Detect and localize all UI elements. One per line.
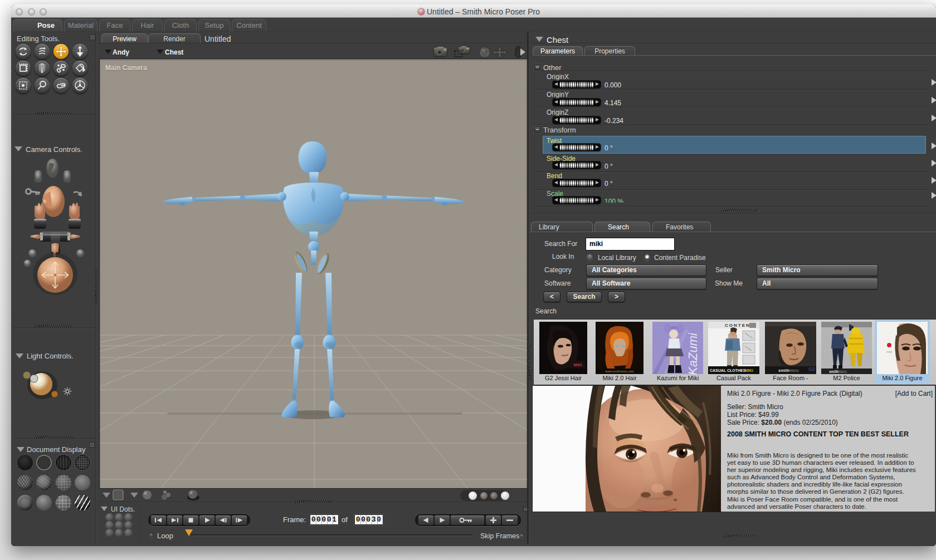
svg-text:smith: smith [829,370,838,374]
svg-text:G2: G2 [808,366,815,372]
svg-text:CASUAL CLOTHES: CASUAL CLOTHES [710,369,746,372]
svg-text:micro: micro [838,370,847,374]
svg-text:www.smithmicro.com: www.smithmicro.com [604,370,634,373]
svg-text:MIKI: MIKI [745,369,753,372]
svg-text:KaZumi: KaZumi [686,332,700,374]
svg-text:micro: micro [788,368,798,373]
svg-text:MIKI: MIKI [574,363,582,367]
svg-text:miki: miki [886,350,893,353]
